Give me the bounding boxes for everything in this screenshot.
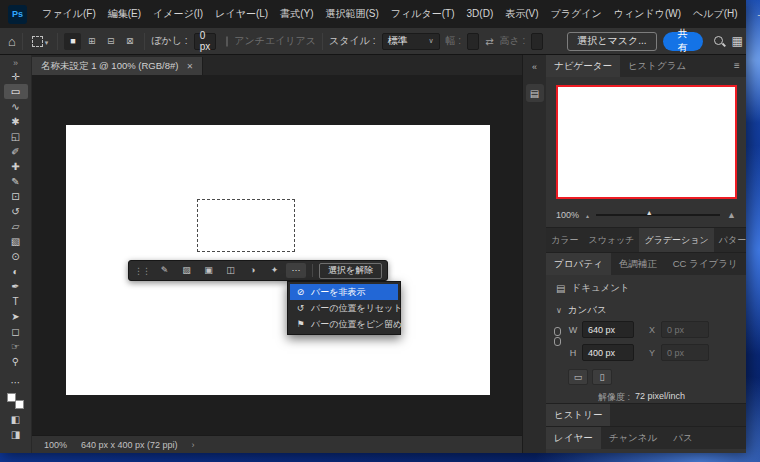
- tab-navigator[interactable]: ナビゲーター: [546, 55, 620, 77]
- intersect-selection-button[interactable]: ⊠: [121, 33, 138, 50]
- more-options-icon[interactable]: ···: [286, 263, 306, 278]
- tab-adjustments[interactable]: 色調補正: [611, 253, 665, 275]
- tab-layers[interactable]: レイヤー: [546, 427, 601, 449]
- selection-marquee[interactable]: [197, 199, 295, 252]
- history-brush-tool[interactable]: ↺: [4, 204, 28, 219]
- tab-paths[interactable]: パス: [665, 427, 700, 449]
- slider-thumb[interactable]: ▲: [646, 209, 653, 216]
- mask-icon[interactable]: ◫: [220, 263, 241, 278]
- close-tab-icon[interactable]: ✕: [186, 62, 193, 71]
- navigator-preview[interactable]: [556, 85, 737, 199]
- style-dropdown[interactable]: 標準 ∨: [382, 33, 440, 50]
- crop-tool[interactable]: ◱: [4, 129, 28, 144]
- menu-edit[interactable]: 編集(E): [102, 0, 147, 28]
- tab-swatches[interactable]: スウォッチ: [583, 228, 639, 252]
- menu-file[interactable]: ファイル(F): [36, 0, 102, 28]
- tab-cc-libraries[interactable]: CC ライブラリ: [665, 253, 746, 275]
- tab-histogram[interactable]: ヒストグラム: [620, 55, 694, 77]
- zoom-tool[interactable]: ⚲: [4, 354, 28, 369]
- spot-healing-brush-tool[interactable]: ✚: [4, 159, 28, 174]
- edit-toolbar-icon[interactable]: ⋯: [4, 375, 28, 390]
- menu-filter[interactable]: フィルター(T): [385, 0, 461, 28]
- fill-icon[interactable]: ▨: [176, 263, 197, 278]
- deselect-button[interactable]: 選択を解除: [319, 263, 382, 279]
- select-and-mask-button[interactable]: 選択とマスク...: [567, 32, 656, 51]
- gradient-tool[interactable]: ▧: [4, 234, 28, 249]
- brush-icon[interactable]: ✎: [154, 263, 175, 278]
- tab-properties[interactable]: プロパティ: [546, 253, 611, 275]
- refine-icon[interactable]: ✦: [264, 263, 285, 278]
- image-icon[interactable]: ▣: [198, 263, 219, 278]
- status-zoom-level[interactable]: 100%: [44, 440, 67, 450]
- shape-tool[interactable]: ◻: [4, 324, 28, 339]
- eraser-tool[interactable]: ▱: [4, 219, 28, 234]
- tab-patterns[interactable]: パターン: [714, 228, 746, 252]
- panel-menu-icon[interactable]: ≡: [728, 55, 746, 77]
- menu-item-pin-bar-position[interactable]: ⚑ バーの位置をピン留め: [290, 316, 398, 332]
- subtract-from-selection-button[interactable]: ⊟: [102, 33, 119, 50]
- rectangular-marquee-tool[interactable]: ▭: [4, 84, 28, 99]
- document-tab[interactable]: 名称未設定 1 @ 100% (RGB/8#) ✕: [32, 57, 203, 77]
- quick-mask-icon[interactable]: ◧: [4, 412, 28, 427]
- foreground-color-swatch[interactable]: [7, 393, 16, 402]
- collapsed-panel-icon[interactable]: ▤: [526, 84, 544, 102]
- height-input[interactable]: 400 px: [582, 344, 634, 361]
- navigator-zoom-value[interactable]: 100%: [556, 210, 579, 220]
- landscape-orientation-button[interactable]: ▭: [568, 369, 588, 385]
- type-tool[interactable]: T: [4, 294, 28, 309]
- search-icon[interactable]: [713, 35, 722, 48]
- menu-plugins[interactable]: プラグイン: [545, 0, 608, 28]
- status-expand-icon[interactable]: ›: [192, 440, 195, 450]
- new-selection-button[interactable]: ■: [64, 33, 81, 50]
- tool-preset-button[interactable]: ▾: [29, 36, 52, 47]
- brush-tool[interactable]: ✎: [4, 174, 28, 189]
- move-tool[interactable]: ✛: [4, 69, 28, 84]
- menu-item-hide-bar[interactable]: ⊘ バーを非表示: [290, 284, 398, 300]
- swap-dimensions-icon[interactable]: ⇄: [485, 36, 493, 47]
- navigator-zoom-slider[interactable]: ▲: [596, 214, 720, 216]
- dodge-tool[interactable]: ◐: [4, 264, 28, 279]
- tab-channels[interactable]: チャンネル: [601, 427, 666, 449]
- blur-tool[interactable]: ⊙: [4, 249, 28, 264]
- invert-icon[interactable]: ◑: [242, 263, 263, 278]
- zoom-out-icon[interactable]: ▴: [586, 212, 589, 219]
- path-selection-tool[interactable]: ➤: [4, 309, 28, 324]
- height-input[interactable]: [531, 33, 543, 50]
- share-button[interactable]: 共有: [663, 32, 703, 51]
- expand-dock-icon[interactable]: «: [523, 62, 546, 72]
- portrait-orientation-button[interactable]: ▯: [592, 369, 612, 385]
- pen-tool[interactable]: ✒: [4, 279, 28, 294]
- menu-3d[interactable]: 3D(D): [461, 0, 500, 28]
- tab-history[interactable]: ヒストリー: [546, 404, 610, 426]
- lasso-tool[interactable]: ∿: [4, 99, 28, 114]
- menu-window[interactable]: ウィンドウ(W): [608, 0, 687, 28]
- add-to-selection-button[interactable]: ⊞: [83, 33, 100, 50]
- menu-image[interactable]: イメージ(I): [147, 0, 209, 28]
- antialias-checkbox[interactable]: [226, 36, 228, 47]
- screen-mode-icon[interactable]: ◨: [4, 427, 28, 442]
- toolbar-collapse-icon[interactable]: »: [4, 57, 28, 69]
- feather-input[interactable]: 0 px: [194, 33, 217, 50]
- menu-select[interactable]: 選択範囲(S): [320, 0, 385, 28]
- clone-stamp-tool[interactable]: ⊡: [4, 189, 28, 204]
- workspace-icon[interactable]: ▦: [732, 34, 743, 48]
- background-color-swatch[interactable]: [15, 400, 24, 409]
- menu-view[interactable]: 表示(V): [499, 0, 544, 28]
- drag-handle-icon[interactable]: ⋮⋮: [134, 266, 150, 276]
- canvas-section-header[interactable]: ∨ カンバス: [556, 302, 746, 318]
- menu-item-reset-bar-position[interactable]: ↺ バーの位置をリセット: [290, 300, 398, 316]
- menu-help[interactable]: ヘルプ(H): [687, 0, 744, 28]
- home-icon[interactable]: ⌂: [8, 34, 16, 49]
- zoom-in-icon[interactable]: ▲: [727, 210, 736, 220]
- minimize-button[interactable]: –: [744, 0, 760, 28]
- tab-gradients[interactable]: グラデーション: [639, 228, 713, 252]
- width-input[interactable]: [467, 33, 479, 50]
- link-dimensions-icon[interactable]: [554, 327, 561, 346]
- eyedropper-tool[interactable]: ✐: [4, 144, 28, 159]
- object-selection-tool[interactable]: ✱: [4, 114, 28, 129]
- width-input[interactable]: 640 px: [582, 321, 634, 338]
- tab-color[interactable]: カラー: [546, 228, 583, 252]
- hand-tool[interactable]: ☞: [4, 339, 28, 354]
- menu-layer[interactable]: レイヤー(L): [209, 0, 274, 28]
- menu-type[interactable]: 書式(Y): [274, 0, 319, 28]
